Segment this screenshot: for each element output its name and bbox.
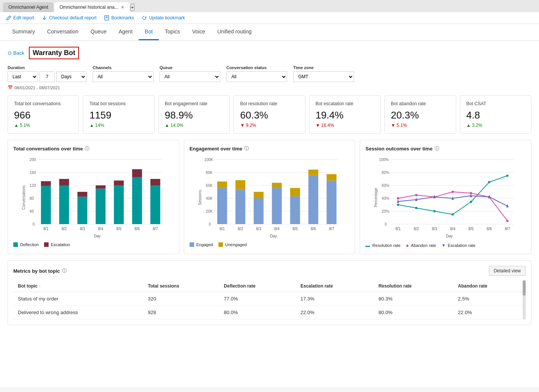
kpi-delta-3: ▼9.2% — [240, 123, 299, 128]
edit-report-button[interactable]: Edit report — [6, 15, 34, 21]
bookmarks-icon — [104, 15, 109, 21]
bar-deflection-1 — [41, 186, 51, 224]
chart-engagement-title: Engagement over time ⓘ — [190, 145, 350, 152]
scrollbar-track[interactable] — [523, 280, 526, 319]
sort-icon[interactable]: ↑ — [39, 284, 41, 288]
edit-icon — [6, 15, 11, 21]
svg-text:0: 0 — [209, 222, 211, 226]
bar-engaged-3 — [254, 198, 264, 224]
sessions-2: 928 — [143, 306, 219, 319]
tab-bot[interactable]: Bot — [139, 24, 159, 40]
col-abandon-rate: Abandon rate — [454, 280, 526, 292]
tab-topics[interactable]: Topics — [159, 24, 186, 40]
table-info-icon: ⓘ — [62, 268, 66, 274]
legend-engaged: Engaged — [190, 242, 213, 247]
abandon-1: 2.5% — [454, 292, 526, 306]
svg-text:8/7: 8/7 — [505, 227, 510, 231]
kpi-abandon-rate: Bot abandon rate 20.3% ▼5.1% — [384, 95, 456, 134]
table-title: Metrics by bot topic ⓘ — [13, 268, 66, 274]
legend-unengaged: Unengaged — [218, 242, 247, 247]
conv-status-filter: Conversation status All — [226, 65, 287, 82]
col-escalation-rate: Escalation rate — [296, 280, 374, 292]
svg-point-61 — [452, 213, 454, 216]
svg-text:100%: 100% — [379, 158, 389, 162]
conv-status-select[interactable]: All — [226, 71, 287, 82]
update-bookmark-button[interactable]: Update bookmark — [142, 15, 185, 21]
table-header: Bot topic ↑ Total sessions Deflection ra… — [13, 280, 526, 292]
kpi-delta-6: ▲3.2% — [466, 123, 525, 128]
svg-text:8/2: 8/2 — [62, 227, 67, 231]
svg-text:0: 0 — [33, 222, 35, 226]
tab-summary[interactable]: Summary — [6, 24, 41, 40]
channels-select[interactable]: All — [93, 71, 153, 82]
nav-tabs: Summary Conversation Queue Agent Bot Top… — [0, 24, 539, 41]
browser-tab-agent[interactable]: Omnichannel Agent — [3, 2, 54, 12]
bar-unengaged-5 — [290, 188, 300, 196]
tab-unified-routing[interactable]: Unified routing — [211, 24, 258, 40]
timezone-filter: Time zone GMT — [293, 65, 354, 82]
svg-text:8/4: 8/4 — [274, 227, 280, 231]
bar-engaged-1 — [217, 188, 227, 224]
duration-value-input[interactable]: 7 — [40, 71, 55, 82]
bar-escalation-6 — [132, 169, 142, 177]
svg-text:8/3: 8/3 — [256, 227, 261, 231]
table-row: Delivered to wrong address 928 80.0% 22.… — [13, 306, 526, 319]
add-tab-button[interactable]: + — [130, 4, 135, 11]
duration-unit-select[interactable]: Days — [56, 71, 87, 82]
svg-text:40K: 40K — [206, 196, 213, 201]
back-button[interactable]: ⊙ Back — [8, 50, 24, 56]
tab-agent[interactable]: Agent — [112, 24, 139, 40]
close-tab-icon[interactable]: ✕ — [121, 5, 124, 10]
timezone-select[interactable]: GMT — [293, 71, 354, 82]
bar-deflection-7 — [150, 185, 160, 224]
browser-tab-historical[interactable]: Omnichannel historical ana... ✕ — [54, 2, 130, 12]
bar-escalation-1 — [41, 181, 51, 186]
svg-text:80%: 80% — [382, 171, 389, 175]
tab-historical-label: Omnichannel historical ana... — [60, 5, 119, 10]
bar-engaged-6 — [308, 175, 318, 224]
kpi-escalation-rate: Bot escalation rate 19.4% ▼16.4% — [309, 95, 381, 134]
resolution-2: 80.0% — [374, 306, 453, 319]
svg-text:0: 0 — [385, 222, 387, 226]
toolbar: Edit report Checkout default report Book… — [0, 12, 539, 24]
chart-conversations-area: 200 160 120 80 40 0 Conversations — [13, 156, 174, 239]
tab-agent-label: Omnichannel Agent — [8, 5, 48, 10]
svg-text:8/4: 8/4 — [98, 227, 103, 231]
svg-text:8/3: 8/3 — [432, 227, 437, 231]
escalation-color — [44, 242, 49, 247]
detailed-view-button[interactable]: Detailed view — [489, 266, 526, 276]
charts-row: Total conversations over time ⓘ 200 160 … — [8, 140, 531, 254]
duration-type-select[interactable]: Last — [8, 71, 38, 82]
col-total-sessions: Total sessions — [143, 280, 219, 292]
chart2-svg: 100K 80K 60K 40K 20K 0 Sessions — [190, 156, 350, 239]
bar-engaged-2 — [236, 189, 245, 224]
svg-text:8/6: 8/6 — [311, 227, 316, 231]
svg-point-68 — [452, 191, 454, 193]
kpi-csat: Bot CSAT 4.8 ▲3.2% — [460, 95, 531, 134]
bookmarks-button[interactable]: Bookmarks — [104, 15, 134, 21]
legend-deflection: Deflection — [13, 242, 39, 247]
main-content: ⊙ Back Warranty Bot Duration Last 7 Days… — [0, 41, 539, 387]
svg-text:8/3: 8/3 — [80, 227, 85, 231]
tab-conversation[interactable]: Conversation — [41, 24, 85, 40]
svg-text:20K: 20K — [206, 209, 213, 213]
tab-voice[interactable]: Voice — [186, 24, 211, 40]
scrollbar-thumb[interactable] — [523, 280, 526, 296]
checkout-default-button[interactable]: Checkout default report — [42, 15, 96, 21]
svg-text:80K: 80K — [206, 171, 213, 175]
tab-queue[interactable]: Queue — [84, 24, 112, 40]
svg-text:Day: Day — [94, 234, 101, 238]
svg-text:40: 40 — [30, 209, 34, 213]
svg-text:Sessions: Sessions — [198, 190, 202, 205]
queue-select[interactable]: All — [160, 71, 220, 82]
chart-conversations-title: Total conversations over time ⓘ — [13, 145, 174, 152]
svg-text:40%: 40% — [382, 196, 389, 201]
table-header-row: Metrics by bot topic ⓘ Detailed view — [13, 266, 526, 276]
browser-tabs: Omnichannel Agent Omnichannel historical… — [0, 0, 539, 12]
chart-outcomes-area: 100% 80% 60% 40% 20% 0 Percentage — [365, 156, 526, 239]
svg-text:8/5: 8/5 — [468, 227, 474, 231]
svg-point-63 — [488, 181, 490, 183]
svg-text:8/5: 8/5 — [116, 227, 122, 231]
topic-2: Delivered to wrong address — [13, 306, 143, 319]
checkout-icon — [42, 15, 47, 21]
